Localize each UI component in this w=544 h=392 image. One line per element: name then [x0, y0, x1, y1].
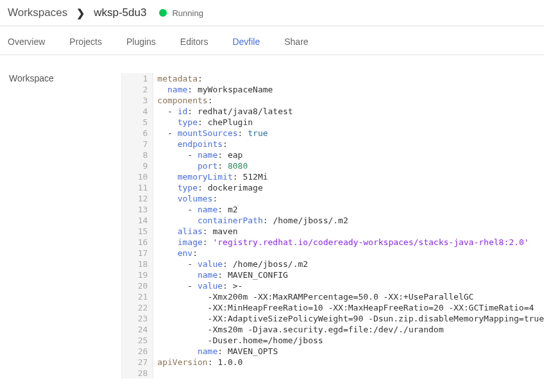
code-line[interactable]: containerPath: /home/jboss/.m2 [157, 215, 544, 226]
line-number: 20 [131, 280, 148, 291]
code-line[interactable]: - id: redhat/java8/latest [157, 106, 544, 117]
line-number: 13 [131, 204, 148, 215]
code-editor[interactable]: 1234567891011121314151617181920212223242… [121, 73, 544, 379]
code-line[interactable]: alias: maven [157, 226, 544, 237]
line-number: 19 [131, 269, 148, 280]
workspace-id: wksp-5du3 [94, 6, 146, 19]
line-number: 8 [131, 149, 148, 160]
line-number: 6 [131, 128, 148, 139]
code-line[interactable]: -XX:MinHeapFreeRatio=10 -XX:MaxHeapFreeR… [157, 302, 544, 313]
line-number: 28 [131, 368, 148, 379]
line-number: 25 [131, 335, 148, 346]
code-line[interactable]: -Xms20m -Djava.security.egd=file:/dev/./… [157, 324, 544, 335]
tab-editors[interactable]: Editors [180, 37, 208, 47]
line-number: 12 [131, 193, 148, 204]
code-line[interactable]: env: [157, 248, 544, 259]
line-number: 9 [131, 160, 148, 171]
code-line[interactable]: type: chePlugin [157, 117, 544, 128]
code-line[interactable]: image: 'registry.redhat.io/codeready-wor… [157, 237, 544, 248]
line-number: 7 [131, 139, 148, 149]
code-line[interactable]: type: dockerimage [157, 182, 544, 193]
line-number: 3 [131, 95, 148, 106]
code-area[interactable]: metadata: name: myWorkspaceNamecomponent… [153, 73, 544, 379]
content: Workspace 123456789101112131415161718192… [0, 55, 544, 379]
tab-devfile[interactable]: Devfile [232, 37, 260, 47]
code-line[interactable]: name: MAVEN_CONFIG [157, 269, 544, 280]
code-line[interactable]: apiVersion: 1.0.0 [157, 357, 544, 368]
tab-projects[interactable]: Projects [69, 37, 102, 47]
line-number: 18 [131, 259, 148, 269]
line-number: 23 [131, 313, 148, 324]
line-number: 21 [131, 291, 148, 302]
header: Workspaces ❯ wksp-5du3 Running [0, 0, 544, 26]
code-line[interactable]: - value: /home/jboss/.m2 [157, 259, 544, 269]
tab-plugins[interactable]: Plugins [126, 37, 156, 47]
line-number: 10 [131, 171, 148, 182]
code-line[interactable]: port: 8080 [157, 160, 544, 171]
line-number: 5 [131, 117, 148, 128]
line-number: 17 [131, 248, 148, 259]
line-number: 4 [131, 106, 148, 117]
code-line[interactable]: name: myWorkspaceName [157, 84, 544, 95]
code-line[interactable]: -Duser.home=/home/jboss [157, 335, 544, 346]
line-number: 24 [131, 324, 148, 335]
code-line[interactable]: memoryLimit: 512Mi [157, 171, 544, 182]
line-number: 11 [131, 182, 148, 193]
code-line[interactable]: -XX:AdaptiveSizePolicyWeight=90 -Dsun.zi… [157, 313, 544, 324]
tabs: OverviewProjectsPluginsEditorsDevfileSha… [0, 26, 544, 55]
chevron-right-icon: ❯ [76, 7, 85, 19]
code-line[interactable]: endpoints: [157, 139, 544, 149]
sidebar-section-label: Workspace [9, 73, 121, 83]
line-number: 14 [131, 215, 148, 226]
code-line[interactable]: - value: >- [157, 280, 544, 291]
status-text: Running [172, 8, 203, 18]
code-line[interactable]: - name: m2 [157, 204, 544, 215]
line-gutter: 1234567891011121314151617181920212223242… [122, 73, 153, 379]
line-number: 27 [131, 357, 148, 368]
code-line[interactable]: components: [157, 95, 544, 106]
tab-share[interactable]: Share [284, 37, 308, 47]
line-number: 16 [131, 237, 148, 248]
code-line[interactable] [157, 368, 544, 379]
line-number: 1 [131, 73, 148, 84]
line-number: 15 [131, 226, 148, 237]
tab-overview[interactable]: Overview [8, 37, 45, 47]
code-line[interactable]: name: MAVEN_OPTS [157, 346, 544, 357]
breadcrumb-root[interactable]: Workspaces [8, 6, 67, 19]
status-badge: Running [159, 8, 203, 18]
code-line[interactable]: volumes: [157, 193, 544, 204]
code-line[interactable]: - mountSources: true [157, 128, 544, 139]
code-line[interactable]: metadata: [157, 73, 544, 84]
line-number: 22 [131, 302, 148, 313]
line-number: 2 [131, 84, 148, 95]
line-number: 26 [131, 346, 148, 357]
sidebar: Workspace [0, 73, 121, 379]
code-line[interactable]: -Xmx200m -XX:MaxRAMPercentage=50.0 -XX:+… [157, 291, 544, 302]
code-line[interactable]: - name: eap [157, 149, 544, 160]
status-dot-icon [159, 9, 167, 17]
